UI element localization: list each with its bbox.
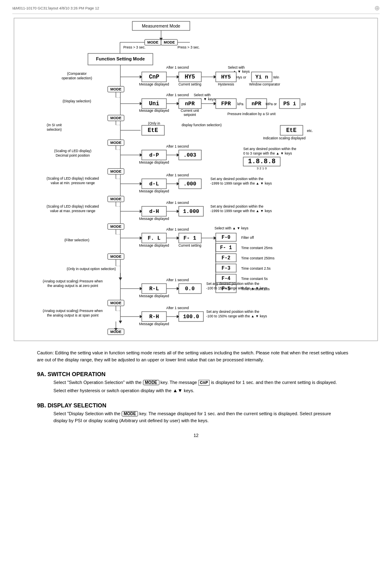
svg-text:-1999 to 1999 range with the  : -1999 to 1999 range with the ▲ ▼ keys	[210, 209, 272, 213]
section-9b-text: Select "Display Selection with the MODE …	[53, 411, 331, 423]
svg-text:Time constant 2.5s: Time constant 2.5s	[241, 266, 271, 271]
svg-text:Measurement Mode: Measurement Mode	[142, 23, 180, 28]
svg-text:Time constant 25ms: Time constant 25ms	[241, 246, 272, 250]
svg-text:Message displayed: Message displayed	[139, 82, 169, 86]
svg-text:HY5: HY5	[221, 74, 231, 80]
svg-text:F-3: F-3	[221, 266, 231, 271]
svg-text:Message displayed: Message displayed	[139, 160, 169, 164]
svg-text:FPR: FPR	[221, 101, 231, 107]
svg-text:MODE: MODE	[111, 301, 122, 305]
svg-text:Indication scaling displayed: Indication scaling displayed	[263, 136, 306, 140]
svg-text:nPR: nPR	[251, 101, 261, 107]
mode-key-9b[interactable]: MODE	[122, 411, 138, 416]
svg-text:display function selection): display function selection)	[182, 123, 222, 127]
svg-text:Window comparator: Window comparator	[249, 82, 280, 86]
svg-text:nPR: nPR	[185, 101, 195, 107]
svg-text:CnP: CnP	[149, 74, 159, 80]
svg-text:MODE: MODE	[111, 141, 122, 145]
svg-text:R-L: R-L	[149, 286, 159, 292]
svg-text:Press > 3 sec.: Press > 3 sec.	[178, 45, 200, 49]
svg-text:kPa: kPa	[238, 102, 244, 106]
svg-text:100.0: 100.0	[183, 314, 199, 320]
svg-text:F- 1: F- 1	[183, 235, 196, 241]
svg-text:Yi n: Yi n	[255, 74, 268, 80]
svg-text:MODE: MODE	[111, 254, 122, 259]
mode-key-9a[interactable]: MODE	[143, 380, 159, 385]
svg-text:After 1 second: After 1 second	[166, 144, 189, 148]
svg-text:.000: .000	[183, 181, 196, 187]
section-9a-body: Select "Switch Operation Selection" with…	[53, 379, 343, 395]
svg-text:Message displayed: Message displayed	[139, 243, 169, 247]
svg-text:Filter off: Filter off	[241, 236, 254, 240]
svg-text:F-2: F-2	[221, 255, 231, 261]
svg-text:the analog output is at zero p: the analog output is at zero point	[47, 284, 98, 288]
svg-text:After 1 second: After 1 second	[166, 201, 189, 205]
svg-text:EtE: EtE	[148, 127, 158, 134]
svg-text:1.000: 1.000	[183, 208, 199, 215]
svg-text:Time constant 5s: Time constant 5s	[241, 277, 267, 281]
section-9a: 9A. SWITCH OPERATION Select "Switch Oper…	[37, 371, 355, 395]
svg-text:F- 1: F- 1	[220, 245, 232, 251]
svg-text:Set any desired position withi: Set any desired position within the	[210, 177, 263, 181]
svg-text:selection): selection)	[47, 127, 62, 132]
svg-text:.003: .003	[183, 152, 196, 158]
svg-text:Win: Win	[273, 75, 279, 79]
svg-text:(Comparator: (Comparator	[67, 72, 87, 76]
svg-text:Set any desired position withi: Set any desired position within the	[210, 204, 263, 208]
caution-block: Caution: Editing the setting value in fu…	[37, 349, 355, 363]
svg-text:Message displayed: Message displayed	[139, 294, 169, 298]
svg-text:Pressure indication by a SI un: Pressure indication by a SI unit	[227, 112, 276, 116]
svg-text:MODE: MODE	[111, 116, 122, 120]
svg-text:After 1 second: After 1 second	[166, 278, 189, 282]
svg-text:Current setting: Current setting	[178, 243, 201, 247]
svg-text:F-4: F-4	[221, 276, 231, 282]
svg-text:Message displayed: Message displayed	[139, 109, 169, 113]
svg-text:Press > 3 sec.: Press > 3 sec.	[123, 45, 145, 49]
cnp-display-9a: CnP	[198, 380, 210, 386]
svg-text:Message displayed: Message displayed	[139, 322, 169, 326]
section-9b: 9B. DISPLAY SELECTION Select "Display Se…	[37, 402, 355, 425]
svg-text:After 1 second: After 1 second	[166, 93, 189, 97]
svg-text:(In SI unit: (In SI unit	[47, 123, 62, 127]
diagram-svg: Measurement Mode MODE Press > 3 sec. MOD…	[13, 17, 379, 342]
header-text: I&M011-10170 GC31:layout 4/8/10 3:26 PM …	[12, 6, 99, 10]
svg-text:etc.: etc.	[307, 129, 313, 133]
svg-text:d-L: d-L	[149, 181, 159, 187]
svg-text:After 1 second: After 1 second	[166, 173, 189, 177]
svg-text:(Analog output scaling) Pressu: (Analog output scaling) Pressure when	[43, 309, 103, 313]
svg-text:Hysteresis: Hysteresis	[218, 82, 234, 86]
svg-text:(Analog output scaling) Pressu: (Analog output scaling) Pressure when	[43, 279, 103, 283]
svg-text:F-0: F-0	[221, 235, 231, 240]
svg-text:-100 to 150% range with the  ▲: -100 to 150% range with the ▲ ▼ keys	[206, 314, 267, 318]
svg-text:EtE: EtE	[286, 127, 296, 134]
svg-text:Set any desired position withi: Set any desired position within the	[206, 282, 259, 286]
section-9a-title: 9A. SWITCH OPERATION	[37, 371, 355, 377]
page-number: 12	[12, 433, 380, 438]
svg-text:the analog output is at span p: the analog output is at span point	[47, 313, 99, 317]
section-9b-title: 9B. DISPLAY SELECTION	[37, 402, 355, 409]
svg-text:operation selection): operation selection)	[62, 76, 92, 80]
header-bar: I&M011-10170 GC31:layout 4/8/10 3:26 PM …	[12, 4, 380, 14]
svg-text:After 1 second: After 1 second	[166, 306, 189, 310]
svg-text:MODE: MODE	[111, 224, 122, 229]
svg-text:R-H: R-H	[149, 314, 159, 320]
svg-text:F. L: F. L	[148, 235, 160, 241]
svg-text:(Scaling of LED display) Indic: (Scaling of LED display) Indicated	[46, 176, 99, 180]
svg-text:1.8.8.8: 1.8.8.8	[248, 158, 275, 165]
svg-text:setpoint: setpoint	[184, 113, 196, 117]
svg-text:psi: psi	[302, 102, 306, 106]
svg-text:MPa or: MPa or	[265, 102, 277, 106]
svg-text:0.0: 0.0	[185, 286, 195, 292]
svg-text:Uni: Uni	[149, 100, 159, 107]
svg-text:Select with: Select with	[194, 93, 210, 97]
svg-text:(Filter selection): (Filter selection)	[65, 238, 90, 242]
svg-text:Select with  ▲ ▼  keys: Select with ▲ ▼ keys	[214, 226, 249, 230]
header-crosshair: ⊕	[374, 4, 380, 12]
svg-text:Message displayed: Message displayed	[139, 189, 169, 193]
svg-marker-190	[119, 277, 122, 280]
caution-text: Caution: Editing the setting value in fu…	[37, 350, 348, 362]
svg-text:Time constant 250ms: Time constant 250ms	[241, 256, 274, 260]
svg-text:MODE: MODE	[164, 40, 175, 44]
svg-text:Set any desired position withi: Set any desired position within the	[206, 310, 259, 314]
svg-text:HY5: HY5	[184, 74, 195, 80]
